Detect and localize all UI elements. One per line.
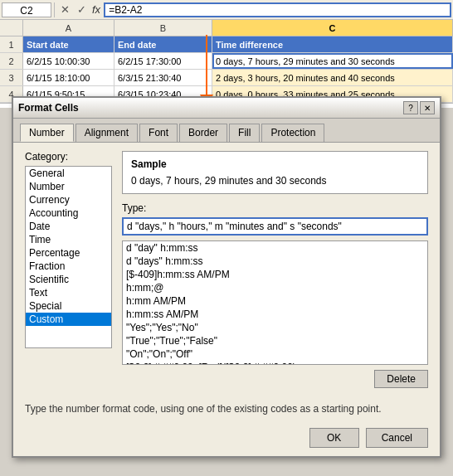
tab-font[interactable]: Font (139, 124, 178, 142)
dialog-titlebar: Format Cells ? ✕ (13, 98, 440, 119)
list-item[interactable]: "Yes";"Yes";"No" (123, 321, 427, 334)
list-item[interactable]: [$€-2] #,##0.00 ;[Red]([$€-2] #,##0.00) (123, 361, 427, 365)
formula-input[interactable] (104, 2, 451, 17)
list-item[interactable]: Accounting (26, 206, 111, 220)
column-headers: A B C (0, 20, 453, 36)
list-item[interactable]: h:mm AM/PM (123, 294, 427, 308)
header-cell-b: End date (114, 36, 212, 52)
header-cell-c: Time difference (212, 36, 453, 52)
list-item[interactable]: "True";"True";"False" (123, 334, 427, 347)
row-num-2: 2 (0, 53, 23, 69)
cell-b3[interactable]: 6/3/15 21:30:40 (114, 70, 212, 85)
spreadsheet: C2 ✕ ✓ fx A B C 1 Start date End date Ti… (0, 0, 453, 108)
list-item[interactable]: General (26, 167, 111, 180)
category-label: Category: (25, 151, 112, 163)
list-item[interactable]: Number (26, 180, 111, 193)
confirm-formula-icon[interactable]: ✓ (74, 2, 89, 17)
list-item[interactable]: Percentage (26, 246, 111, 260)
sample-label: Sample (131, 158, 419, 170)
list-item-custom[interactable]: Custom (26, 313, 111, 326)
delete-button[interactable]: Delete (374, 370, 428, 388)
table-row: 3 6/1/15 18:10:00 6/3/15 21:30:40 2 days… (0, 70, 453, 86)
bottom-text: Type the number format code, using one o… (13, 403, 440, 415)
row-num-1: 1 (0, 36, 23, 52)
list-item[interactable]: h:mm;@ (123, 281, 427, 294)
table-row: 1 Start date End date Time difference (0, 36, 453, 53)
list-item[interactable]: d "days" h:mm:ss (123, 255, 427, 268)
list-item[interactable]: Text (26, 286, 111, 299)
help-button[interactable]: ? (403, 101, 418, 114)
delete-row: Delete (122, 370, 428, 388)
sample-box: Sample 0 days, 7 hours, 29 minutes and 3… (122, 151, 428, 194)
type-list[interactable]: d "day" h:mm:ss d "days" h:mm:ss [$-409]… (122, 240, 428, 365)
list-item[interactable]: Currency (26, 193, 111, 206)
format-cells-dialog: Format Cells ? ✕ Number Alignment Font B… (12, 96, 441, 458)
formula-bar-divider (54, 2, 55, 17)
list-item[interactable]: [$-409]h:mm:ss AM/PM (123, 268, 427, 281)
list-item[interactable]: "On";"On";"Off" (123, 347, 427, 361)
list-item[interactable]: Fraction (26, 260, 111, 273)
col-header-a[interactable]: A (23, 20, 114, 36)
list-item[interactable]: Scientific (26, 273, 111, 286)
tab-protection[interactable]: Protection (261, 124, 324, 142)
right-panel: Sample 0 days, 7 hours, 29 minutes and 3… (122, 151, 428, 388)
cell-b2[interactable]: 6/2/15 17:30:00 (114, 53, 212, 69)
ok-button[interactable]: OK (309, 428, 359, 448)
fx-label: fx (92, 3, 100, 16)
dialog-tabs: Number Alignment Font Border Fill Protec… (13, 119, 440, 143)
row-num-header (0, 20, 23, 36)
header-cell-a: Start date (23, 36, 114, 52)
dialog-title: Format Cells (18, 102, 79, 114)
sheet-rows: 1 Start date End date Time difference 2 … (0, 36, 453, 104)
tab-fill[interactable]: Fill (229, 124, 260, 142)
close-button[interactable]: ✕ (420, 101, 435, 114)
cancel-formula-icon[interactable]: ✕ (57, 2, 72, 17)
category-section: Category: General Number Currency Accoun… (25, 151, 112, 388)
cell-a3[interactable]: 6/1/15 18:10:00 (23, 70, 114, 85)
cell-ref-box[interactable]: C2 (2, 2, 51, 17)
cell-a2[interactable]: 6/2/15 10:00:30 (23, 53, 114, 69)
type-label: Type: (122, 202, 428, 214)
dialog-footer: OK Cancel (13, 423, 440, 456)
cell-c3[interactable]: 2 days, 3 hours, 20 minutes and 40 secon… (212, 70, 453, 85)
col-header-c[interactable]: C (212, 20, 453, 36)
tab-number[interactable]: Number (20, 124, 74, 142)
row-num-3: 3 (0, 70, 23, 85)
dialog-controls: ? ✕ (403, 101, 435, 114)
list-item[interactable]: Time (26, 233, 111, 246)
type-input[interactable] (122, 217, 428, 236)
dialog-body: Category: General Number Currency Accoun… (13, 143, 440, 396)
cell-c2[interactable]: 0 days, 7 hours, 29 minutes and 30 secon… (212, 53, 453, 69)
table-row: 2 6/2/15 10:00:30 6/2/15 17:30:00 0 days… (0, 53, 453, 70)
list-item[interactable]: Date (26, 220, 111, 233)
cancel-button[interactable]: Cancel (366, 428, 428, 448)
sample-value: 0 days, 7 hours, 29 minutes and 30 secon… (131, 175, 419, 187)
dialog-content: Category: General Number Currency Accoun… (25, 151, 428, 388)
tab-border[interactable]: Border (179, 124, 227, 142)
tab-alignment[interactable]: Alignment (76, 124, 138, 142)
list-item[interactable]: d "day" h:mm:ss (123, 241, 427, 255)
formula-icons: ✕ ✓ (57, 2, 89, 17)
category-list[interactable]: General Number Currency Accounting Date … (25, 166, 112, 348)
col-header-b[interactable]: B (114, 20, 212, 36)
list-item[interactable]: h:mm:ss AM/PM (123, 308, 427, 321)
formula-bar: C2 ✕ ✓ fx (0, 0, 453, 20)
list-item[interactable]: Special (26, 299, 111, 313)
